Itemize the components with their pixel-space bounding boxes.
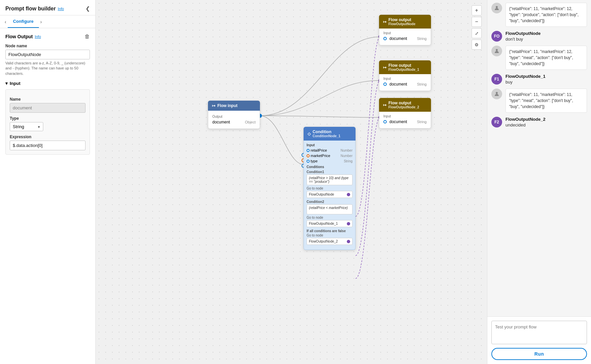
flow-output-1-label: Flow output bbox=[388, 17, 416, 22]
condition-body: Input retailPrice Number marketPrice Num… bbox=[304, 141, 356, 250]
result-ai-2-value: buy bbox=[505, 80, 545, 85]
node-name-input[interactable] bbox=[5, 50, 90, 59]
conditions-label: Conditions bbox=[307, 165, 353, 169]
fit-view-button[interactable]: ⤢ bbox=[472, 28, 482, 38]
market-input-dot bbox=[307, 154, 310, 157]
flow-input-output-type: Object bbox=[245, 120, 256, 124]
output-label: Output bbox=[212, 115, 222, 118]
retail-price-type: Number bbox=[340, 149, 353, 152]
flow-output-section-header: Flow Output Info 🗑 bbox=[5, 34, 90, 40]
flow-output-2-name: FlowOutputNode_1 bbox=[388, 68, 419, 71]
result-user-1: {"retailPrice": 11, "marketPrice": 12, "… bbox=[491, 3, 587, 27]
flow-input-node[interactable]: ↦ Flow input Output document Object bbox=[208, 101, 260, 129]
avatar-1 bbox=[491, 3, 502, 13]
result-ai-1-content: FlowOutputNode don't buy bbox=[505, 31, 541, 42]
section-info-link[interactable]: Info bbox=[35, 35, 41, 39]
flow-output-node-1[interactable]: ↦ Flow output FlowOutputNode Input docum… bbox=[379, 15, 431, 45]
input-card: Name Type String Number Boolean Object A… bbox=[5, 89, 90, 155]
sidebar-header: Prompt flow builder Info ❮ bbox=[0, 0, 95, 15]
result-user-2: {"retailPrice": 11, "marketPrice": 12, "… bbox=[491, 46, 587, 70]
market-price-label: marketPrice bbox=[311, 154, 330, 158]
flow-output-node-2[interactable]: ↦ Flow output FlowOutputNode_1 Input doc… bbox=[379, 60, 431, 91]
result-ai-2: F1 FlowOutputNode_1 buy bbox=[491, 74, 587, 85]
flow-output-3-name: FlowOutputNode_2 bbox=[388, 105, 419, 109]
condition-input-label: Input bbox=[307, 143, 353, 147]
right-footer: Run bbox=[487, 316, 591, 364]
collapse-sidebar-button[interactable]: ❮ bbox=[86, 5, 90, 12]
result-ai-1-row: FO FlowOutputNode don't buy bbox=[491, 31, 587, 42]
input-name-field[interactable] bbox=[10, 103, 86, 113]
flow-input-label: Flow input bbox=[217, 103, 237, 108]
result-ai-3-row: F2 FlowOutputNode_2 undecided bbox=[491, 117, 587, 127]
avatar-ai-1: FO bbox=[491, 31, 502, 42]
flow-canvas[interactable]: + − ⤢ ⚙ ↦ Flow input bbox=[96, 0, 487, 364]
result-ai-2-row: F1 FlowOutputNode_1 buy bbox=[491, 74, 587, 85]
condition-node[interactable]: ◇ Condition ConditionNode_1 Input retail… bbox=[304, 127, 356, 250]
tab-configure[interactable]: Configure bbox=[8, 15, 39, 28]
fo1-input-type: String bbox=[417, 37, 427, 41]
result-ai-3-content: FlowOutputNode_2 undecided bbox=[505, 117, 545, 127]
zoom-in-button[interactable]: + bbox=[472, 5, 482, 15]
result-item-3: {"retailPrice": 11, "marketPrice": 11, "… bbox=[491, 89, 587, 113]
fo2-input-dot bbox=[383, 83, 387, 86]
goto1-box: FlowOutputNode bbox=[307, 191, 353, 198]
tab-forward-button[interactable]: › bbox=[39, 16, 43, 27]
result-item-1: {"retailPrice": 11, "marketPrice": 12, "… bbox=[491, 3, 587, 27]
flow-input-document-row: document Object bbox=[212, 120, 256, 124]
input-name-label: Name bbox=[10, 97, 86, 102]
condition1-label: Condition1 bbox=[307, 170, 353, 174]
flow-output-1-body: Input document String bbox=[379, 29, 431, 45]
flow-input-body: Output document Object bbox=[208, 111, 260, 129]
prompt-input[interactable] bbox=[491, 321, 587, 344]
flow-output-node-3[interactable]: ↦ Flow output FlowOutputNode_2 Input doc… bbox=[379, 98, 431, 128]
node-name-label: Node name bbox=[5, 44, 90, 48]
input-type-label: Type bbox=[10, 116, 86, 121]
result-ai-2-content: FlowOutputNode_1 buy bbox=[505, 74, 545, 85]
goto2-dot bbox=[347, 222, 350, 225]
fo1-input-label: Input bbox=[383, 31, 427, 35]
avatar-3 bbox=[491, 89, 502, 99]
fallback-label: If all conditions are false bbox=[307, 229, 353, 233]
run-button[interactable]: Run bbox=[491, 348, 587, 360]
sidebar-content: Flow Output Info 🗑 Node name Valid chara… bbox=[0, 28, 95, 364]
right-panel: {"retailPrice": 11, "marketPrice": 12, "… bbox=[487, 0, 591, 364]
retail-input-dot bbox=[307, 149, 310, 152]
svg-point-7 bbox=[496, 6, 498, 8]
flow-input-output-row: Output bbox=[212, 115, 256, 118]
result-ai-1: FO FlowOutputNode don't buy bbox=[491, 31, 587, 42]
title-info-link[interactable]: Info bbox=[58, 7, 64, 11]
condition1-value: (retailPrice > 10) and (type == "produce… bbox=[307, 174, 353, 185]
result-ai-1-value: don't buy bbox=[505, 37, 541, 42]
result-text-3: {"retailPrice": 11, "marketPrice": 11, "… bbox=[505, 89, 587, 113]
tab-back-button[interactable]: ‹ bbox=[3, 16, 8, 27]
result-user-3: {"retailPrice": 11, "marketPrice": 11, "… bbox=[491, 89, 587, 113]
flow-output-3-label: Flow output bbox=[388, 101, 419, 105]
zoom-out-button[interactable]: − bbox=[472, 17, 482, 27]
condition-header: ◇ Condition ConditionNode_1 bbox=[304, 127, 356, 141]
canvas-settings-button[interactable]: ⚙ bbox=[472, 40, 482, 50]
goto2-label: Go to node bbox=[307, 216, 353, 219]
section-title-area: Flow Output Info bbox=[5, 34, 41, 39]
canvas-connections bbox=[96, 0, 487, 364]
goto1-value: FlowOutputNode bbox=[309, 193, 334, 196]
results-area: {"retailPrice": 11, "marketPrice": 12, "… bbox=[487, 0, 591, 316]
goto1-dot bbox=[347, 193, 350, 196]
delete-section-button[interactable]: 🗑 bbox=[85, 34, 90, 40]
fallback-goto-value: FlowOutputNode_2 bbox=[309, 240, 338, 243]
node-name-helper: Valid characters are a-z, A-Z, 0-9, _ (u… bbox=[5, 61, 90, 76]
input-section-toggle[interactable]: ▾ Input bbox=[5, 81, 90, 86]
flow-output-2-header: ↦ Flow output FlowOutputNode_1 bbox=[379, 60, 431, 74]
fo3-input-dot bbox=[383, 120, 387, 123]
type-input-dot bbox=[307, 160, 310, 163]
input-section-label: Input bbox=[10, 81, 20, 86]
market-price-type: Number bbox=[340, 154, 353, 158]
fo1-input-dot bbox=[383, 37, 387, 40]
collapse-icon: ▾ bbox=[5, 81, 8, 86]
flow-output-3-body: Input document String bbox=[379, 112, 431, 128]
input-expression-field[interactable] bbox=[10, 141, 86, 150]
result-item-2: {"retailPrice": 11, "marketPrice": 12, "… bbox=[491, 46, 587, 70]
flow-input-output-name: document bbox=[212, 120, 230, 124]
flow-output-1-header: ↦ Flow output FlowOutputNode bbox=[379, 15, 431, 29]
app-title: Prompt flow builder bbox=[5, 6, 56, 12]
input-type-select[interactable]: String Number Boolean Object Array bbox=[10, 122, 43, 131]
